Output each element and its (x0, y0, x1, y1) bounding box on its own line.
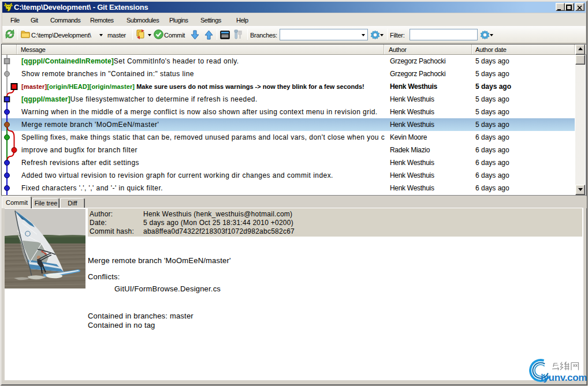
svg-text:iyunv.com: iyunv.com (541, 372, 587, 383)
